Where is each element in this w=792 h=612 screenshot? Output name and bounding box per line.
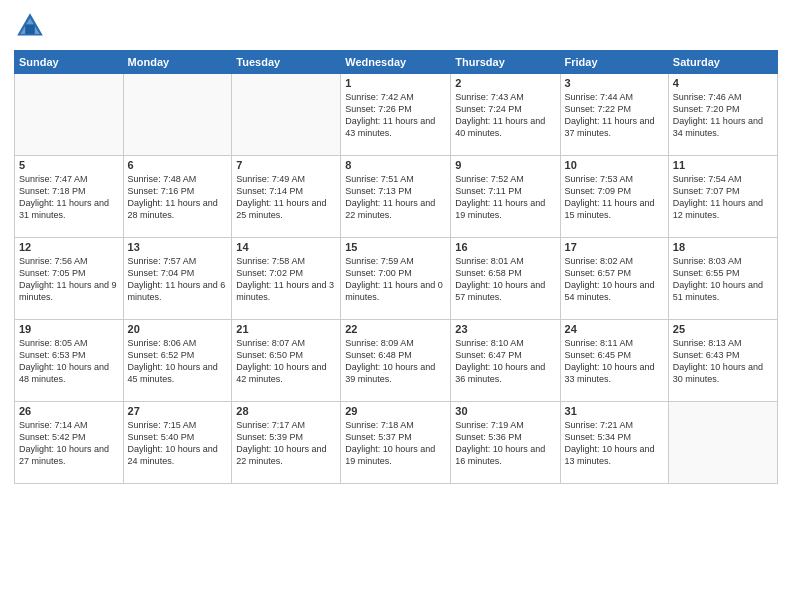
calendar-cell: 19Sunrise: 8:05 AMSunset: 6:53 PMDayligh… — [15, 320, 124, 402]
calendar-cell: 24Sunrise: 8:11 AMSunset: 6:45 PMDayligh… — [560, 320, 668, 402]
calendar-cell: 20Sunrise: 8:06 AMSunset: 6:52 PMDayligh… — [123, 320, 232, 402]
day-content: Sunrise: 8:07 AMSunset: 6:50 PMDaylight:… — [236, 337, 336, 386]
logo — [14, 10, 50, 42]
calendar-cell: 21Sunrise: 8:07 AMSunset: 6:50 PMDayligh… — [232, 320, 341, 402]
calendar-table: SundayMondayTuesdayWednesdayThursdayFrid… — [14, 50, 778, 484]
calendar-week-row: 19Sunrise: 8:05 AMSunset: 6:53 PMDayligh… — [15, 320, 778, 402]
calendar-cell: 23Sunrise: 8:10 AMSunset: 6:47 PMDayligh… — [451, 320, 560, 402]
page-container: SundayMondayTuesdayWednesdayThursdayFrid… — [0, 0, 792, 492]
calendar-cell: 11Sunrise: 7:54 AMSunset: 7:07 PMDayligh… — [668, 156, 777, 238]
day-number: 6 — [128, 159, 228, 171]
day-content: Sunrise: 7:43 AMSunset: 7:24 PMDaylight:… — [455, 91, 555, 140]
calendar-cell: 15Sunrise: 7:59 AMSunset: 7:00 PMDayligh… — [341, 238, 451, 320]
calendar-cell: 14Sunrise: 7:58 AMSunset: 7:02 PMDayligh… — [232, 238, 341, 320]
calendar-cell — [123, 74, 232, 156]
day-content: Sunrise: 7:47 AMSunset: 7:18 PMDaylight:… — [19, 173, 119, 222]
day-number: 31 — [565, 405, 664, 417]
calendar-cell: 26Sunrise: 7:14 AMSunset: 5:42 PMDayligh… — [15, 402, 124, 484]
day-content: Sunrise: 7:15 AMSunset: 5:40 PMDaylight:… — [128, 419, 228, 468]
day-content: Sunrise: 7:59 AMSunset: 7:00 PMDaylight:… — [345, 255, 446, 304]
day-content: Sunrise: 8:11 AMSunset: 6:45 PMDaylight:… — [565, 337, 664, 386]
day-number: 24 — [565, 323, 664, 335]
calendar-cell: 27Sunrise: 7:15 AMSunset: 5:40 PMDayligh… — [123, 402, 232, 484]
day-content: Sunrise: 7:53 AMSunset: 7:09 PMDaylight:… — [565, 173, 664, 222]
day-number: 7 — [236, 159, 336, 171]
day-number: 11 — [673, 159, 773, 171]
day-number: 15 — [345, 241, 446, 253]
day-content: Sunrise: 8:03 AMSunset: 6:55 PMDaylight:… — [673, 255, 773, 304]
day-content: Sunrise: 8:05 AMSunset: 6:53 PMDaylight:… — [19, 337, 119, 386]
day-content: Sunrise: 7:21 AMSunset: 5:34 PMDaylight:… — [565, 419, 664, 468]
day-number: 17 — [565, 241, 664, 253]
day-content: Sunrise: 7:48 AMSunset: 7:16 PMDaylight:… — [128, 173, 228, 222]
weekday-header-saturday: Saturday — [668, 51, 777, 74]
calendar-cell: 2Sunrise: 7:43 AMSunset: 7:24 PMDaylight… — [451, 74, 560, 156]
calendar-cell: 29Sunrise: 7:18 AMSunset: 5:37 PMDayligh… — [341, 402, 451, 484]
day-content: Sunrise: 7:18 AMSunset: 5:37 PMDaylight:… — [345, 419, 446, 468]
day-number: 28 — [236, 405, 336, 417]
calendar-cell: 31Sunrise: 7:21 AMSunset: 5:34 PMDayligh… — [560, 402, 668, 484]
calendar-cell: 18Sunrise: 8:03 AMSunset: 6:55 PMDayligh… — [668, 238, 777, 320]
day-number: 25 — [673, 323, 773, 335]
day-number: 30 — [455, 405, 555, 417]
calendar-cell: 3Sunrise: 7:44 AMSunset: 7:22 PMDaylight… — [560, 74, 668, 156]
weekday-header-sunday: Sunday — [15, 51, 124, 74]
calendar-week-row: 26Sunrise: 7:14 AMSunset: 5:42 PMDayligh… — [15, 402, 778, 484]
day-number: 26 — [19, 405, 119, 417]
calendar-cell — [668, 402, 777, 484]
calendar-cell: 13Sunrise: 7:57 AMSunset: 7:04 PMDayligh… — [123, 238, 232, 320]
day-content: Sunrise: 8:09 AMSunset: 6:48 PMDaylight:… — [345, 337, 446, 386]
calendar-cell: 22Sunrise: 8:09 AMSunset: 6:48 PMDayligh… — [341, 320, 451, 402]
weekday-header-monday: Monday — [123, 51, 232, 74]
day-number: 21 — [236, 323, 336, 335]
day-number: 19 — [19, 323, 119, 335]
day-content: Sunrise: 7:58 AMSunset: 7:02 PMDaylight:… — [236, 255, 336, 304]
day-content: Sunrise: 7:54 AMSunset: 7:07 PMDaylight:… — [673, 173, 773, 222]
calendar-body: 1Sunrise: 7:42 AMSunset: 7:26 PMDaylight… — [15, 74, 778, 484]
calendar-cell: 1Sunrise: 7:42 AMSunset: 7:26 PMDaylight… — [341, 74, 451, 156]
calendar-week-row: 1Sunrise: 7:42 AMSunset: 7:26 PMDaylight… — [15, 74, 778, 156]
day-number: 3 — [565, 77, 664, 89]
day-number: 8 — [345, 159, 446, 171]
svg-rect-2 — [25, 24, 35, 34]
day-number: 10 — [565, 159, 664, 171]
calendar-cell: 17Sunrise: 8:02 AMSunset: 6:57 PMDayligh… — [560, 238, 668, 320]
calendar-cell: 7Sunrise: 7:49 AMSunset: 7:14 PMDaylight… — [232, 156, 341, 238]
day-content: Sunrise: 7:44 AMSunset: 7:22 PMDaylight:… — [565, 91, 664, 140]
day-number: 20 — [128, 323, 228, 335]
calendar-cell — [15, 74, 124, 156]
day-content: Sunrise: 8:06 AMSunset: 6:52 PMDaylight:… — [128, 337, 228, 386]
weekday-header-friday: Friday — [560, 51, 668, 74]
calendar-cell: 9Sunrise: 7:52 AMSunset: 7:11 PMDaylight… — [451, 156, 560, 238]
day-content: Sunrise: 7:17 AMSunset: 5:39 PMDaylight:… — [236, 419, 336, 468]
day-content: Sunrise: 8:01 AMSunset: 6:58 PMDaylight:… — [455, 255, 555, 304]
day-content: Sunrise: 7:19 AMSunset: 5:36 PMDaylight:… — [455, 419, 555, 468]
day-number: 2 — [455, 77, 555, 89]
day-number: 23 — [455, 323, 555, 335]
calendar-cell: 6Sunrise: 7:48 AMSunset: 7:16 PMDaylight… — [123, 156, 232, 238]
calendar-cell: 16Sunrise: 8:01 AMSunset: 6:58 PMDayligh… — [451, 238, 560, 320]
day-content: Sunrise: 7:52 AMSunset: 7:11 PMDaylight:… — [455, 173, 555, 222]
day-content: Sunrise: 7:14 AMSunset: 5:42 PMDaylight:… — [19, 419, 119, 468]
day-number: 16 — [455, 241, 555, 253]
day-content: Sunrise: 8:02 AMSunset: 6:57 PMDaylight:… — [565, 255, 664, 304]
day-number: 27 — [128, 405, 228, 417]
day-number: 9 — [455, 159, 555, 171]
calendar-week-row: 12Sunrise: 7:56 AMSunset: 7:05 PMDayligh… — [15, 238, 778, 320]
day-content: Sunrise: 7:56 AMSunset: 7:05 PMDaylight:… — [19, 255, 119, 304]
calendar-cell: 5Sunrise: 7:47 AMSunset: 7:18 PMDaylight… — [15, 156, 124, 238]
day-content: Sunrise: 8:10 AMSunset: 6:47 PMDaylight:… — [455, 337, 555, 386]
day-content: Sunrise: 7:46 AMSunset: 7:20 PMDaylight:… — [673, 91, 773, 140]
day-number: 1 — [345, 77, 446, 89]
day-number: 5 — [19, 159, 119, 171]
calendar-header: SundayMondayTuesdayWednesdayThursdayFrid… — [15, 51, 778, 74]
page-header — [14, 10, 778, 42]
calendar-cell: 28Sunrise: 7:17 AMSunset: 5:39 PMDayligh… — [232, 402, 341, 484]
day-content: Sunrise: 8:13 AMSunset: 6:43 PMDaylight:… — [673, 337, 773, 386]
day-number: 22 — [345, 323, 446, 335]
logo-icon — [14, 10, 46, 42]
day-number: 4 — [673, 77, 773, 89]
day-content: Sunrise: 7:57 AMSunset: 7:04 PMDaylight:… — [128, 255, 228, 304]
weekday-header-tuesday: Tuesday — [232, 51, 341, 74]
weekday-header-wednesday: Wednesday — [341, 51, 451, 74]
